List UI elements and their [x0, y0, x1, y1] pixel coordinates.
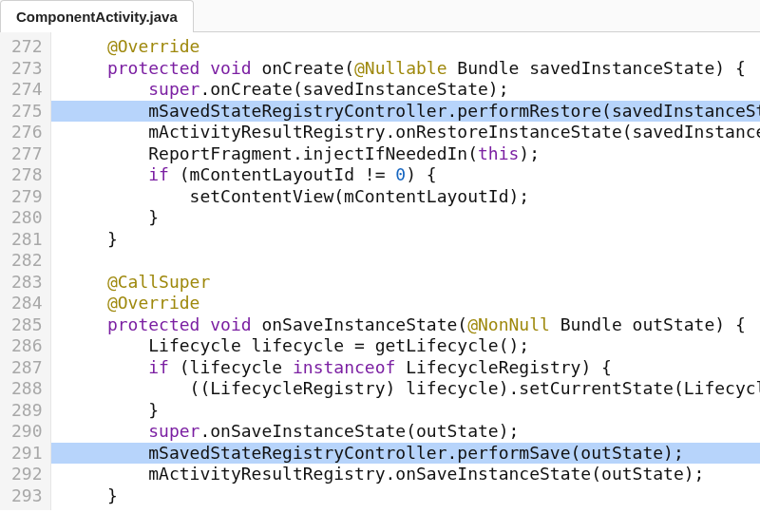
line-number: 290 [11, 421, 43, 443]
token-ann: @NonNull [467, 314, 550, 334]
code-line[interactable]: protected void onCreate(@Nullable Bundle… [51, 58, 760, 80]
line-number: 291 [11, 443, 43, 465]
token-kw: protected [107, 58, 210, 78]
line-number: 272 [11, 36, 43, 58]
line-number: 286 [11, 335, 43, 357]
code-line[interactable] [51, 250, 760, 272]
line-number: 288 [11, 378, 43, 400]
code-line[interactable]: mSavedStateRegistryController.performRes… [51, 101, 760, 123]
line-number: 278 [11, 164, 43, 186]
code-area[interactable]: @Override protected void onCreate(@Nulla… [51, 32, 760, 510]
token-plain: } [107, 229, 118, 249]
code-line[interactable]: setContentView(mContentLayoutId); [51, 186, 760, 208]
token-kw: void [210, 58, 261, 78]
code-line[interactable]: } [51, 229, 760, 251]
token-plain: onCreate( [261, 58, 354, 78]
code-line[interactable]: ((LifecycleRegistry) lifecycle).setCurre… [51, 378, 760, 400]
line-number: 285 [11, 314, 43, 336]
code-line[interactable]: Lifecycle lifecycle = getLifecycle(); [51, 335, 760, 357]
token-kw: if [148, 164, 169, 184]
line-number: 293 [11, 485, 43, 507]
token-plain: Bundle outState) { [550, 314, 746, 334]
line-number: 274 [11, 79, 43, 101]
token-plain: } [148, 400, 159, 420]
token-kw: if [148, 357, 169, 377]
code-line[interactable]: if (mContentLayoutId != 0) { [51, 164, 760, 186]
code-line[interactable]: @Override [51, 36, 760, 58]
code-line[interactable]: @Override [51, 293, 760, 314]
token-plain: setContentView(mContentLayoutId); [190, 186, 530, 206]
code-line[interactable]: } [51, 207, 760, 229]
code-line[interactable]: } [51, 400, 760, 422]
token-plain: mActivityResultRegistry.onRestoreInstanc… [148, 122, 760, 142]
line-number: 277 [11, 143, 43, 165]
token-plain: ); [519, 143, 540, 163]
token-ann: @Override [107, 36, 200, 56]
code-editor[interactable]: 2722732742752762772782792802812822832842… [0, 32, 760, 510]
line-number: 275 [11, 101, 43, 123]
line-number: 283 [11, 272, 43, 294]
line-number: 289 [11, 400, 43, 422]
line-number: 273 [11, 58, 43, 80]
token-kw: super [148, 79, 200, 99]
token-ann: @Override [107, 293, 200, 313]
token-plain: } [107, 485, 118, 505]
token-plain: mSavedStateRegistryController.performRes… [148, 101, 760, 121]
code-line[interactable]: ReportFragment.injectIfNeededIn(this); [51, 143, 760, 165]
line-number: 292 [11, 464, 43, 485]
code-line[interactable]: if (lifecycle instanceof LifecycleRegist… [51, 357, 760, 379]
code-line[interactable]: mSavedStateRegistryController.performSav… [51, 443, 760, 465]
tab-bar: ComponentActivity.java [0, 0, 760, 32]
token-ann: @CallSuper [107, 272, 210, 292]
token-plain: .onSaveInstanceState(outState); [200, 421, 519, 441]
token-plain: (mContentLayoutId != [169, 164, 395, 184]
token-plain: ReportFragment.injectIfNeededIn( [148, 143, 478, 163]
token-this: this [478, 143, 519, 163]
token-plain: LifecycleRegistry) { [395, 357, 612, 377]
tab-file-label: ComponentActivity.java [16, 9, 178, 25]
line-number: 284 [11, 293, 43, 314]
token-plain: ((LifecycleRegistry) lifecycle).setCurre… [190, 378, 760, 398]
line-number: 279 [11, 186, 43, 208]
token-kw: void [210, 314, 261, 334]
code-line[interactable]: @CallSuper [51, 272, 760, 294]
token-plain: } [148, 207, 159, 227]
code-line[interactable]: protected void onSaveInstanceState(@NonN… [51, 314, 760, 336]
tab-file[interactable]: ComponentActivity.java [0, 0, 194, 32]
code-line[interactable]: super.onCreate(savedInstanceState); [51, 79, 760, 101]
line-number: 280 [11, 207, 43, 229]
token-plain: Bundle savedInstanceState) { [447, 58, 746, 78]
line-number: 276 [11, 122, 43, 143]
token-plain: .onCreate(savedInstanceState); [200, 79, 508, 99]
line-number: 287 [11, 357, 43, 379]
line-number-gutter: 2722732742752762772782792802812822832842… [0, 32, 51, 510]
token-num: 0 [395, 164, 406, 184]
code-line[interactable]: super.onSaveInstanceState(outState); [51, 421, 760, 443]
line-number: 282 [11, 250, 43, 272]
token-ann: @Nullable [354, 58, 447, 78]
token-kw: super [148, 421, 200, 441]
token-kw: instanceof [293, 357, 395, 377]
token-plain: mActivityResultRegistry.onSaveInstanceSt… [148, 464, 704, 484]
token-plain: Lifecycle lifecycle = getLifecycle(); [148, 335, 529, 355]
code-line[interactable]: } [51, 485, 760, 507]
token-plain: (lifecycle [169, 357, 293, 377]
code-line[interactable]: mActivityResultRegistry.onSaveInstanceSt… [51, 464, 760, 485]
token-plain: mSavedStateRegistryController.performSav… [148, 443, 684, 463]
token-plain: onSaveInstanceState( [261, 314, 467, 334]
token-kw: protected [107, 314, 210, 334]
line-number: 281 [11, 229, 43, 251]
token-plain: ) { [406, 164, 437, 184]
code-line[interactable]: mActivityResultRegistry.onRestoreInstanc… [51, 122, 760, 143]
